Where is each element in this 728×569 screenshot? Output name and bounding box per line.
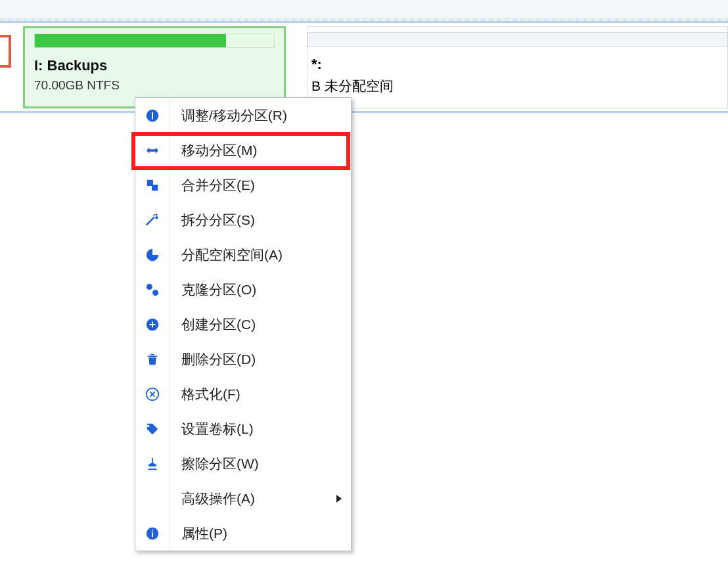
context-menu: 调整/移动分区(R) 移动分区(M) 合并分区(E) 拆分分区(S) 分配空闲空…: [135, 97, 352, 551]
menu-label: 属性(P): [170, 524, 351, 543]
partition-title: I: Backups: [34, 57, 275, 74]
menu-label: 擦除分区(W): [170, 455, 351, 473]
move-icon: [135, 133, 170, 168]
menu-label: 高级操作(A): [170, 489, 336, 508]
menu-label: 格式化(F): [170, 385, 351, 403]
blank-icon: [135, 481, 170, 516]
menu-split[interactable]: 拆分分区(S): [135, 202, 351, 237]
split-icon: [135, 202, 170, 237]
unalloc-detail: B 未分配空间: [311, 77, 727, 95]
unallocated-block[interactable]: *: B 未分配空间: [307, 26, 728, 108]
partition-detail: 70.00GB NTFS: [34, 78, 275, 93]
wipe-icon: [135, 446, 170, 481]
menu-label: 设置卷标(L): [170, 420, 351, 438]
menu-create[interactable]: 创建分区(C): [135, 307, 351, 342]
menu-label: 合并分区(E): [170, 176, 351, 194]
usage-fill: [35, 34, 226, 47]
menu-label: 分配空闲空间(A): [170, 246, 351, 264]
menu-advanced[interactable]: 高级操作(A): [135, 481, 351, 516]
usage-bar: [34, 34, 275, 48]
menu-label: 删除分区(D): [170, 350, 351, 369]
menu-label: 调整/移动分区(R): [170, 106, 351, 125]
trash-icon: [135, 342, 170, 376]
info-icon: [135, 516, 170, 551]
merge-icon: [135, 168, 170, 202]
disk-map-row: I: Backups 70.00GB NTFS *: B 未分配空间: [0, 21, 728, 113]
submenu-arrow-icon: [336, 495, 342, 503]
unalloc-drive: *:: [311, 56, 727, 73]
menu-label: 移动分区(M): [170, 141, 351, 160]
menu-delete[interactable]: 删除分区(D): [135, 342, 351, 376]
partition-card-i[interactable]: I: Backups 70.00GB NTFS: [23, 26, 286, 108]
menu-label: 拆分分区(S): [170, 211, 351, 229]
pie-icon: [135, 237, 170, 272]
resize-icon: [135, 98, 170, 133]
create-icon: [135, 307, 170, 342]
menu-format[interactable]: 格式化(F): [135, 376, 351, 411]
clone-icon: [135, 272, 170, 307]
titlebar: [0, 0, 728, 18]
tag-icon: [135, 411, 170, 446]
menu-clone[interactable]: 克隆分区(O): [135, 272, 351, 307]
menu-properties[interactable]: 属性(P): [135, 516, 351, 551]
menu-merge[interactable]: 合并分区(E): [135, 168, 351, 202]
selected-prev-fragment: [0, 35, 11, 68]
unalloc-bar: [307, 32, 727, 47]
menu-label: 克隆分区(O): [170, 281, 351, 299]
menu-allocate[interactable]: 分配空闲空间(A): [135, 237, 351, 272]
menu-move[interactable]: 移动分区(M): [135, 133, 351, 168]
menu-wipe[interactable]: 擦除分区(W): [135, 446, 351, 481]
menu-resize-move[interactable]: 调整/移动分区(R): [135, 98, 351, 133]
format-icon: [135, 376, 170, 411]
menu-label: 创建分区(C): [170, 315, 351, 334]
menu-set-label[interactable]: 设置卷标(L): [135, 411, 351, 446]
